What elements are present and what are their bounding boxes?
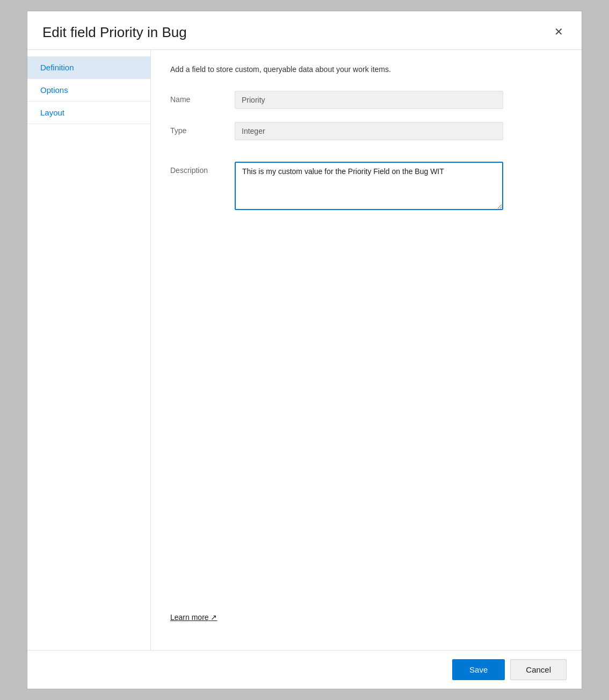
close-button[interactable]: ✕	[551, 24, 567, 39]
external-link-icon: ↗	[211, 613, 217, 622]
dialog-body: Definition Options Layout Add a field to…	[27, 49, 582, 650]
content-spacer	[170, 223, 562, 612]
learn-more-link[interactable]: Learn more ↗	[170, 613, 217, 622]
edit-field-dialog: Edit field Priority in Bug ✕ Definition …	[27, 11, 582, 689]
type-input[interactable]	[235, 122, 503, 140]
name-field-row: Name	[170, 91, 562, 109]
cancel-button[interactable]: Cancel	[510, 659, 567, 680]
type-label: Type	[170, 122, 235, 135]
save-button[interactable]: Save	[452, 659, 505, 680]
name-input[interactable]	[235, 91, 503, 109]
sidebar: Definition Options Layout	[27, 50, 151, 650]
sidebar-item-options[interactable]: Options	[27, 79, 150, 102]
description-field-row: Description This is my custom value for …	[170, 162, 562, 210]
type-field-row: Type	[170, 122, 562, 140]
subtitle-text: Add a field to store custom, queryable d…	[170, 65, 562, 74]
dialog-header: Edit field Priority in Bug ✕	[27, 11, 582, 49]
description-textarea[interactable]: This is my custom value for the Priority…	[235, 162, 503, 210]
name-label: Name	[170, 91, 235, 104]
dialog-footer: Save Cancel	[27, 650, 582, 689]
dialog-title: Edit field Priority in Bug	[42, 24, 187, 41]
main-content: Add a field to store custom, queryable d…	[151, 50, 582, 650]
sidebar-item-definition[interactable]: Definition	[27, 56, 150, 79]
description-label: Description	[170, 162, 235, 175]
sidebar-item-layout[interactable]: Layout	[27, 102, 150, 124]
learn-more-section: Learn more ↗	[170, 612, 562, 622]
